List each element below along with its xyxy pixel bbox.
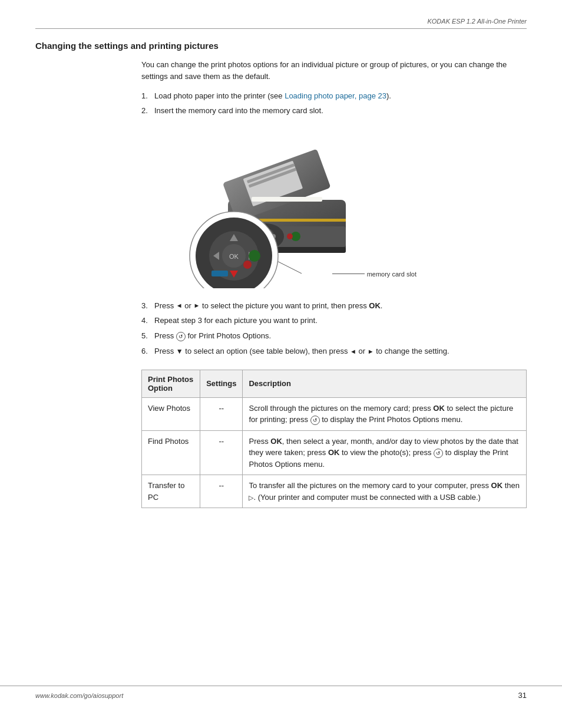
steps-upper: 1. Load photo paper into the printer (se… [141,90,527,117]
row1-description: Scroll through the pictures on the memor… [243,397,527,430]
step-1-text: Load photo paper into the printer (see L… [154,90,391,103]
steps-lower: 3. Press ◄ or ► to select the picture yo… [141,300,527,358]
step-6-text: Press ▼ to select an option (see table b… [154,345,449,358]
right-arrow-icon: ► [194,301,200,311]
right-arrow-2-icon: ► [368,347,374,357]
left-arrow-2-icon: ◄ [350,347,356,357]
steps-lower-block: 3. Press ◄ or ► to select the picture yo… [141,300,527,509]
options-icon: ↺ [176,332,186,341]
memory-card-slot-label: memory card slot [367,271,416,278]
content-block: You can change the print photos options … [141,59,527,117]
col-header-option: Print Photos Option [142,370,200,397]
step-3: 3. Press ◄ or ► to select the picture yo… [141,300,527,312]
table-row: Transfer to PC -- To transfer all the pi… [142,475,527,508]
step-4-num: 4. [141,315,154,327]
down-arrow-icon: ▼ [176,346,183,357]
printer-image-container: OK memory card slot [0,129,527,288]
step-4: 4. Repeat step 3 for each picture you wa… [141,315,527,327]
step-1: 1. Load photo paper into the printer (se… [141,90,527,103]
loading-photo-link[interactable]: Loading photo paper, page 23 [285,91,386,100]
options-icon-3: ↺ [434,449,443,458]
options-icon-2: ↺ [310,416,320,425]
row2-description: Press OK, then select a year, month, and… [243,430,527,475]
right-circle-icon: ▷ [249,493,253,503]
step-1-num: 1. [141,90,154,103]
options-table: Print Photos Option Settings Description… [141,370,527,509]
svg-point-31 [243,261,252,269]
table-row: View Photos -- Scroll through the pictur… [142,397,527,430]
row2-settings: -- [200,430,243,475]
footer-page: 31 [518,691,527,700]
left-arrow-icon: ◄ [176,301,183,311]
step-6-num: 6. [141,345,154,358]
table-row: Find Photos -- Press OK, then select a y… [142,430,527,475]
section-heading: Changing the settings and printing pictu… [35,41,527,51]
step-3-num: 3. [141,300,154,312]
step-2: 2. Insert the memory card into the memor… [141,105,527,117]
step-5: 5. Press ↺ for Print Photos Options. [141,330,527,342]
step-3-text: Press ◄ or ► to select the picture you w… [154,300,382,312]
row3-settings: -- [200,475,243,508]
row1-option: View Photos [142,397,200,430]
row1-settings: -- [200,397,243,430]
printer-image: OK memory card slot [163,129,363,288]
svg-point-18 [287,233,293,239]
row3-option: Transfer to PC [142,475,200,508]
step-5-num: 5. [141,330,154,342]
step-4-text: Repeat step 3 for each picture you want … [154,315,318,327]
svg-text:OK: OK [229,253,239,260]
svg-rect-32 [211,271,228,276]
step-6: 6. Press ▼ to select an option (see tabl… [141,345,527,358]
intro-text: You can change the print photos options … [141,59,527,82]
page-footer: www.kodak.com/go/aiosupport 31 [0,686,562,704]
page: KODAK ESP 1.2 All-in-One Printer Changin… [0,0,562,728]
step-2-text: Insert the memory card into the memory c… [154,105,323,117]
table-header-row: Print Photos Option Settings Description [142,370,527,397]
col-header-description: Description [243,370,527,397]
header-title: KODAK ESP 1.2 All-in-One Printer [427,18,527,25]
row3-description: To transfer all the pictures on the memo… [243,475,527,508]
col-header-settings: Settings [200,370,243,397]
footer-url: www.kodak.com/go/aiosupport [35,692,123,699]
step-2-num: 2. [141,105,154,117]
svg-rect-5 [252,197,322,202]
step-5-text: Press ↺ for Print Photos Options. [154,330,271,342]
row2-option: Find Photos [142,430,200,475]
svg-point-30 [249,250,260,262]
page-header: KODAK ESP 1.2 All-in-One Printer [35,18,527,29]
